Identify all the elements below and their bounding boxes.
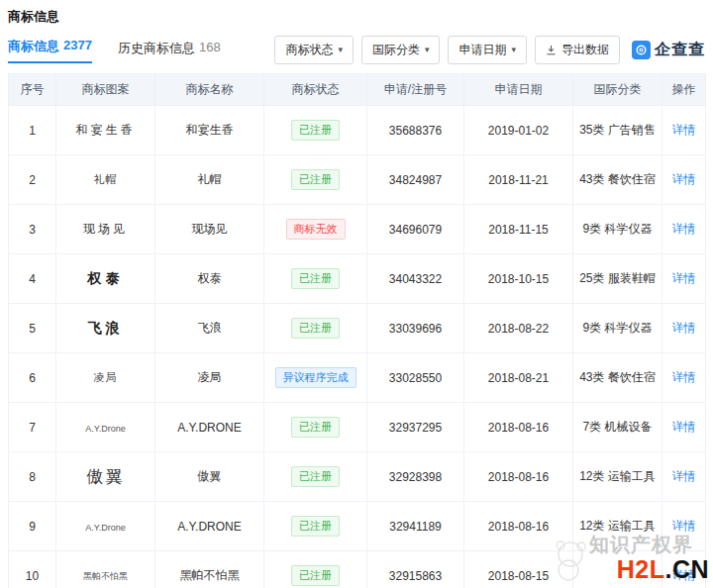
table-row: 7A.Y.DroneA.Y.DRONE已注册329372952018-08-16… bbox=[9, 403, 706, 452]
intl-class-cell: 43类 餐饮住宿 bbox=[573, 353, 662, 403]
status-badge: 已注册 bbox=[291, 120, 340, 141]
trademark-panel: 商标信息 商标信息2377历史商标信息168 商标状态▾国际分类▾申请日期▾ 导… bbox=[0, 0, 713, 588]
export-data-button[interactable]: 导出数据 bbox=[535, 36, 620, 64]
trademark-name-cell: 权泰 bbox=[155, 254, 264, 304]
trademark-name-cell: 和宴生香 bbox=[155, 106, 264, 155]
intl-class-cell: 35类 广告销售 bbox=[573, 106, 662, 155]
apply-date-cell: 2018-08-22 bbox=[464, 304, 573, 353]
detail-link[interactable]: 详情 bbox=[672, 123, 696, 137]
reg-number-cell: 32937295 bbox=[367, 403, 464, 452]
table-row: 10黑帕不怕黑黑帕不怕黑已注册329158632018-08-15详情 bbox=[9, 551, 706, 588]
intl-class-cell: 7类 机械设备 bbox=[573, 403, 662, 452]
row-number-cell: 4 bbox=[9, 254, 56, 304]
action-cell: 详情 bbox=[662, 155, 706, 205]
column-header: 国际分类 bbox=[573, 74, 662, 106]
trademark-image-cell: 和宴生香 bbox=[56, 106, 155, 155]
action-cell: 详情 bbox=[662, 502, 706, 551]
download-icon bbox=[546, 45, 557, 55]
toolbar-actions: 商标状态▾国际分类▾申请日期▾ 导出数据 企查查 bbox=[274, 36, 705, 64]
tab-count: 168 bbox=[199, 40, 221, 57]
tab-label: 商标信息 bbox=[8, 38, 59, 55]
table-row: 9A.Y.DroneA.Y.DRONE已注册329411892018-08-16… bbox=[9, 502, 706, 551]
detail-link[interactable]: 详情 bbox=[672, 321, 696, 335]
table-row: 3现场见现场见商标无效346960792018-11-159类 科学仪器详情 bbox=[9, 205, 706, 254]
tab-toolbar: 商标信息2377历史商标信息168 商标状态▾国际分类▾申请日期▾ 导出数据 企… bbox=[8, 36, 705, 64]
row-number-cell: 6 bbox=[9, 353, 56, 403]
detail-link[interactable]: 详情 bbox=[672, 420, 696, 434]
qichacha-logo-icon bbox=[632, 41, 651, 59]
export-data-label: 导出数据 bbox=[561, 42, 609, 58]
filter-buttons: 商标状态▾国际分类▾申请日期▾ bbox=[274, 36, 527, 64]
trademark-image-cell: 黑帕不怕黑 bbox=[56, 551, 155, 588]
trademark-image-text: 现场见 bbox=[83, 222, 128, 236]
status-badge: 已注册 bbox=[291, 318, 340, 339]
table-row: 2礼帽礼帽已注册348249872018-11-2143类 餐饮住宿详情 bbox=[9, 155, 706, 205]
action-cell: 详情 bbox=[662, 106, 706, 155]
filter-label: 申请日期 bbox=[458, 42, 506, 58]
trademark-image-text: A.Y.Drone bbox=[85, 523, 125, 533]
row-number-cell: 3 bbox=[9, 205, 56, 254]
chevron-down-icon: ▾ bbox=[425, 46, 430, 54]
status-badge: 异议程序完成 bbox=[275, 367, 356, 388]
column-header: 商标状态 bbox=[264, 74, 367, 106]
apply-date-cell: 2018-08-21 bbox=[464, 353, 573, 403]
status-badge: 已注册 bbox=[291, 417, 340, 438]
column-header: 序号 bbox=[9, 74, 56, 106]
trademark-image-cell: 现场见 bbox=[56, 205, 155, 254]
row-number-cell: 7 bbox=[9, 403, 56, 452]
table-row: 5飞浪飞浪已注册330396962018-08-229类 科学仪器详情 bbox=[9, 304, 706, 353]
trademark-image-cell: 飞浪 bbox=[56, 304, 155, 353]
page-title: 商标信息 bbox=[8, 8, 705, 26]
trademark-status-cell: 已注册 bbox=[264, 452, 367, 502]
trademark-image-cell: 礼帽 bbox=[56, 155, 155, 205]
intl-class-cell: 25类 服装鞋帽 bbox=[573, 254, 662, 304]
intl-class-cell: 12类 运输工具 bbox=[573, 502, 662, 551]
filter-button-status[interactable]: 商标状态▾ bbox=[274, 36, 354, 64]
trademark-name-cell: 傲翼 bbox=[155, 452, 264, 502]
status-badge: 已注册 bbox=[291, 565, 340, 586]
trademark-image-text: 和宴生香 bbox=[76, 123, 136, 137]
detail-link[interactable]: 详情 bbox=[672, 469, 696, 483]
status-badge: 商标无效 bbox=[286, 219, 346, 240]
column-header: 商标图案 bbox=[56, 74, 155, 106]
table-row: 8傲翼傲翼已注册329283982018-08-1612类 运输工具详情 bbox=[9, 452, 706, 502]
tab-label: 历史商标信息 bbox=[118, 40, 195, 57]
trademark-image-text: 礼帽 bbox=[94, 173, 118, 185]
status-badge: 已注册 bbox=[291, 169, 340, 190]
intl-class-cell: 43类 餐饮住宿 bbox=[573, 155, 662, 205]
tab-trademark-info[interactable]: 商标信息2377 bbox=[8, 38, 92, 63]
trademark-table: 序号商标图案商标名称商标状态申请/注册号申请日期国际分类操作 1和宴生香和宴生香… bbox=[8, 73, 706, 588]
detail-link[interactable]: 详情 bbox=[672, 222, 696, 236]
trademark-status-cell: 已注册 bbox=[264, 551, 367, 588]
trademark-status-cell: 已注册 bbox=[264, 304, 367, 353]
tabs: 商标信息2377历史商标信息168 bbox=[8, 38, 221, 63]
trademark-name-cell: 飞浪 bbox=[155, 304, 264, 353]
trademark-status-cell: 商标无效 bbox=[264, 205, 367, 254]
tab-history-trademark-info[interactable]: 历史商标信息168 bbox=[118, 40, 221, 63]
reg-number-cell: 33039696 bbox=[367, 304, 464, 353]
apply-date-cell: 2018-08-16 bbox=[464, 452, 573, 502]
trademark-image-text: 权泰 bbox=[88, 270, 124, 286]
apply-date-cell: 2018-10-15 bbox=[464, 254, 573, 304]
row-number-cell: 2 bbox=[9, 155, 56, 205]
reg-number-cell: 34824987 bbox=[367, 155, 464, 205]
detail-link[interactable]: 详情 bbox=[672, 172, 696, 186]
qichacha-logo: 企查查 bbox=[632, 40, 705, 60]
trademark-status-cell: 已注册 bbox=[264, 403, 367, 452]
status-badge: 已注册 bbox=[291, 516, 340, 537]
reg-number-cell: 33028550 bbox=[367, 353, 464, 403]
detail-link[interactable]: 详情 bbox=[672, 370, 696, 384]
intl-class-cell: 9类 科学仪器 bbox=[573, 304, 662, 353]
tab-count: 2377 bbox=[63, 38, 92, 55]
detail-link[interactable]: 详情 bbox=[672, 568, 696, 582]
filter-button-apply-date[interactable]: 申请日期▾ bbox=[448, 36, 527, 64]
row-number-cell: 5 bbox=[9, 304, 56, 353]
filter-button-intl-class[interactable]: 国际分类▾ bbox=[361, 36, 441, 64]
trademark-image-cell: 权泰 bbox=[56, 254, 155, 304]
apply-date-cell: 2018-11-21 bbox=[464, 155, 573, 205]
filter-label: 商标状态 bbox=[285, 42, 333, 58]
trademark-image-cell: 凌局 bbox=[56, 353, 155, 403]
detail-link[interactable]: 详情 bbox=[672, 271, 696, 285]
detail-link[interactable]: 详情 bbox=[672, 519, 696, 533]
filter-label: 国际分类 bbox=[372, 42, 420, 58]
